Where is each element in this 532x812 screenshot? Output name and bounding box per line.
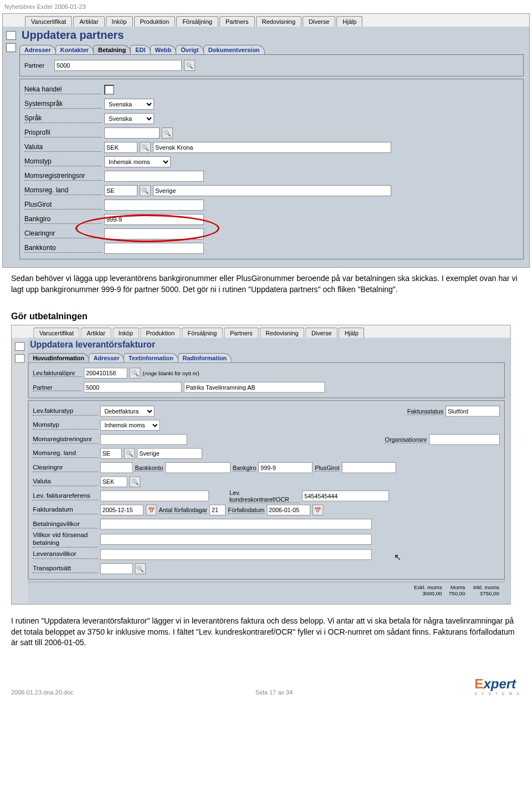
search-icon[interactable]: 🔍 (130, 477, 141, 488)
transport-input[interactable] (100, 563, 133, 574)
list-icon[interactable] (15, 354, 25, 363)
menu-försäljning[interactable]: Försäljning (176, 16, 218, 27)
fakturatyp-select[interactable]: Debetfaktura (100, 406, 155, 417)
calendar-icon[interactable]: 📅 (312, 505, 323, 516)
systemsprak-select[interactable]: Svenska (104, 99, 154, 110)
lbl-plusgirot: PlusGirot (315, 464, 339, 472)
bankgiro-input[interactable] (104, 214, 204, 225)
bankkonto-input[interactable] (104, 243, 204, 254)
menu-artiklar[interactable]: Artiklar (73, 16, 104, 27)
menu-inköp[interactable]: Inköp (112, 328, 139, 338)
lbl-bankgiro: Bankgiro (24, 215, 102, 224)
partner-input[interactable] (54, 60, 182, 71)
bankgiro-input[interactable] (258, 462, 313, 473)
neka-handel-checkbox[interactable] (104, 85, 114, 95)
home-icon[interactable] (15, 343, 25, 351)
levvillkor-input[interactable] (100, 549, 372, 560)
lbl-sprak: Språk (24, 114, 102, 123)
sprak-select[interactable]: Svenska (104, 113, 154, 124)
lbl-fakturadatum: Fakturadatum (33, 506, 98, 515)
tab-edi[interactable]: EDI (130, 45, 150, 54)
search-icon[interactable]: 🔍 (140, 142, 151, 153)
fakturadatum-input[interactable] (100, 505, 144, 516)
search-icon[interactable]: 🔍 (140, 185, 151, 196)
menu-hjälp[interactable]: Hjälp (339, 328, 364, 338)
tab-övrigt[interactable]: Övrigt (176, 45, 203, 54)
footer-filename: 2006.01.23.dna.20.doc (11, 689, 74, 696)
totals-box: Exkl. moms Moms Inkl. moms 3000,00 750,0… (28, 582, 504, 599)
menu-diverse[interactable]: Diverse (305, 328, 337, 338)
menu-redovisning[interactable]: Redovisning (256, 16, 302, 27)
menubar: VarucertifikatArtiklarInköpProduktionFör… (3, 14, 529, 27)
tab-webb[interactable]: Webb (150, 45, 177, 54)
orgnr-input[interactable] (429, 434, 500, 445)
bankkonto-input[interactable] (165, 462, 231, 473)
val-exkl: 3000,00 (410, 590, 442, 596)
momstyp-select[interactable]: Inhemsk moms (100, 420, 160, 431)
valuta-input[interactable] (104, 142, 137, 153)
tab-adresser[interactable]: Adresser (19, 45, 56, 54)
sidebar (3, 27, 19, 267)
tabs: AdresserKontakterBetalningEDIWebbÖvrigtD… (19, 45, 524, 54)
antal-input[interactable] (209, 505, 226, 516)
search-icon[interactable]: 🔍 (135, 563, 146, 574)
calendar-icon[interactable]: 📅 (146, 505, 157, 516)
tab-dokumentversion[interactable]: Dokumentversion (203, 45, 265, 54)
momsregland-input[interactable] (104, 185, 137, 196)
momstyp-select[interactable]: Inhemsk moms (104, 156, 171, 167)
plusgirot-input[interactable] (104, 200, 204, 211)
momsregnr-input[interactable] (100, 434, 187, 445)
menu-produktion[interactable]: Produktion (140, 328, 181, 338)
search-icon[interactable]: 🔍 (184, 60, 195, 71)
lbl-plusgirot: PlusGirot (24, 201, 102, 210)
menu-partners[interactable]: Partners (224, 328, 258, 338)
lbl-bankgiro: Bankgiro (233, 464, 257, 472)
lbl-levvillkor: Leveransvillkor (33, 550, 98, 559)
menu-partners[interactable]: Partners (219, 16, 255, 27)
clearingnr-input[interactable] (104, 228, 204, 239)
paragraph-1: Sedan behöver vi lägga upp leverantörens… (0, 268, 532, 306)
menu-varucertifikat[interactable]: Varucertifikat (33, 328, 80, 338)
menu-produktion[interactable]: Produktion (134, 16, 176, 27)
forfallo-input[interactable] (267, 505, 310, 516)
lopnr-input[interactable] (84, 368, 127, 379)
lbl-transport: Transportsätt (33, 564, 98, 573)
list-icon[interactable] (6, 43, 16, 52)
momsregnr-input[interactable] (104, 171, 204, 182)
momsregland-input[interactable] (100, 448, 122, 459)
logo: Expert S Y S T E M S (474, 676, 521, 696)
search-icon[interactable]: 🔍 (124, 448, 135, 459)
prisprofil-input[interactable] (104, 127, 160, 139)
menu-redovisning[interactable]: Redovisning (259, 328, 304, 338)
tab-radinformation[interactable]: Radinformation (178, 353, 232, 362)
menu-inköp[interactable]: Inköp (106, 16, 133, 27)
home-icon[interactable] (6, 31, 16, 40)
tab-huvudinformation[interactable]: Huvudinformation (28, 353, 89, 362)
menu-försäljning[interactable]: Försäljning (182, 328, 223, 338)
lbl-momsregland: Momsreg. land (24, 186, 102, 195)
lbl-lopnr: Lev.fakturalöpnr (33, 370, 81, 377)
lbl-clearing: Clearingnr (33, 463, 98, 472)
menu-varucertifikat[interactable]: Varucertifikat (25, 16, 72, 27)
lbl-prisprofil: Prisprofil (24, 129, 102, 137)
tab-adresser[interactable]: Adresser (89, 353, 124, 362)
valuta-input[interactable] (100, 477, 127, 488)
villkor-forsenad-input[interactable] (100, 534, 372, 545)
ocr-input[interactable] (302, 491, 389, 502)
betvillkor-input[interactable] (100, 519, 372, 530)
lbl-fakturatyp: Lev.fakturatyp (33, 407, 98, 416)
search-icon[interactable]: 🔍 (130, 368, 141, 379)
clearing-input[interactable] (100, 462, 133, 473)
plusgirot-input[interactable] (341, 462, 396, 473)
tab-textinformation[interactable]: Textinformation (124, 353, 178, 362)
menu-diverse[interactable]: Diverse (303, 16, 335, 27)
partner-input (84, 382, 181, 393)
menu-artiklar[interactable]: Artiklar (81, 328, 111, 338)
ref-input[interactable] (100, 491, 209, 502)
tab-betalning[interactable]: Betalning (93, 45, 131, 54)
menu-hjälp[interactable]: Hjälp (336, 16, 362, 27)
lbl-neka-handel: Neka handel (24, 85, 102, 94)
lbl-momstyp: Momstyp (24, 157, 102, 166)
search-icon[interactable]: 🔍 (162, 127, 173, 139)
tab-kontakter[interactable]: Kontakter (55, 45, 94, 54)
